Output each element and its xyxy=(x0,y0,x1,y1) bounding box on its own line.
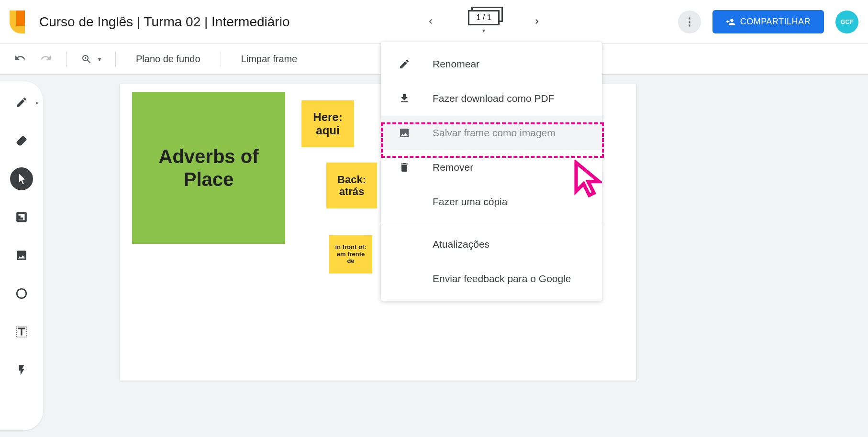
sticky-note-tool[interactable] xyxy=(10,206,33,229)
caret-icon: ▸ xyxy=(36,100,39,105)
menu-item-rename[interactable]: Renomear xyxy=(381,47,602,81)
share-button[interactable]: COMPARTILHAR xyxy=(712,10,824,33)
sticky-note[interactable]: in front of: em frente de xyxy=(329,235,372,273)
frame-counter: 1 / 1 xyxy=(468,10,499,25)
caret-down-icon: ▾ xyxy=(482,27,485,34)
redo-button[interactable] xyxy=(40,52,52,66)
shape-tool[interactable] xyxy=(10,282,33,305)
sticky-note[interactable]: Back: atrás xyxy=(326,163,377,208)
svg-point-0 xyxy=(17,289,26,298)
undo-button[interactable] xyxy=(14,52,26,66)
header-bar: Curso de Inglês | Turma 02 | Intermediár… xyxy=(0,0,868,44)
caret-down-icon: ▾ xyxy=(98,56,101,63)
background-button[interactable]: Plano de fundo xyxy=(130,54,206,65)
menu-label: Renomear xyxy=(433,58,479,70)
menu-label: Salvar frame como imagem xyxy=(433,127,556,139)
menu-separator xyxy=(381,223,602,223)
divider xyxy=(221,52,221,67)
app-logo xyxy=(10,11,25,33)
document-title[interactable]: Curso de Inglês | Turma 02 | Intermediár… xyxy=(39,14,289,30)
zoom-in-icon xyxy=(81,54,92,65)
text-box-tool[interactable] xyxy=(10,320,33,343)
menu-item-save-image[interactable]: Salvar frame como imagem xyxy=(381,116,602,150)
zoom-control[interactable]: ▾ xyxy=(81,54,101,65)
sticky-note-large[interactable]: Adverbs of Place xyxy=(132,92,285,244)
eraser-tool[interactable] xyxy=(10,129,33,152)
person-add-icon xyxy=(726,17,735,27)
menu-item-download-pdf[interactable]: Fazer download como PDF xyxy=(381,81,602,116)
next-frame-button[interactable] xyxy=(528,11,545,33)
clear-frame-button[interactable]: Limpar frame xyxy=(235,54,303,65)
prev-frame-button[interactable] xyxy=(422,11,439,33)
pen-tool[interactable]: ▸ xyxy=(10,91,33,114)
laser-tool[interactable] xyxy=(10,359,33,382)
menu-item-remove[interactable]: Remover xyxy=(381,150,602,185)
header-right: ⋮ COMPARTILHAR GCF xyxy=(678,10,858,33)
menu-label: Fazer uma cópia xyxy=(433,196,507,208)
more-options-button[interactable]: ⋮ xyxy=(678,11,701,33)
sticky-note[interactable]: Here: aqui xyxy=(301,100,354,147)
share-label: COMPARTILHAR xyxy=(740,17,811,27)
divider xyxy=(66,52,67,67)
tool-sidebar: ▸ xyxy=(0,81,43,430)
menu-label: Atualizações xyxy=(433,239,490,250)
menu-item-make-copy[interactable]: Fazer uma cópia xyxy=(381,185,602,219)
menu-label: Remover xyxy=(433,162,473,173)
select-tool[interactable] xyxy=(10,167,33,190)
menu-label: Enviar feedback para o Google xyxy=(433,273,571,284)
header-center: 1 / 1 ▾ xyxy=(289,10,678,34)
more-options-menu: Renomear Fazer download como PDF Salvar … xyxy=(381,42,602,301)
image-icon xyxy=(398,127,411,139)
menu-label: Fazer download como PDF xyxy=(433,93,554,104)
divider xyxy=(115,52,116,67)
edit-icon xyxy=(398,58,411,70)
menu-item-feedback[interactable]: Enviar feedback para o Google xyxy=(381,262,602,296)
menu-item-updates[interactable]: Atualizações xyxy=(381,227,602,262)
image-tool[interactable] xyxy=(10,244,33,267)
user-avatar[interactable]: GCF xyxy=(835,11,858,33)
trash-icon xyxy=(398,162,411,173)
download-icon xyxy=(398,93,411,104)
frame-indicator[interactable]: 1 / 1 ▾ xyxy=(468,10,499,34)
